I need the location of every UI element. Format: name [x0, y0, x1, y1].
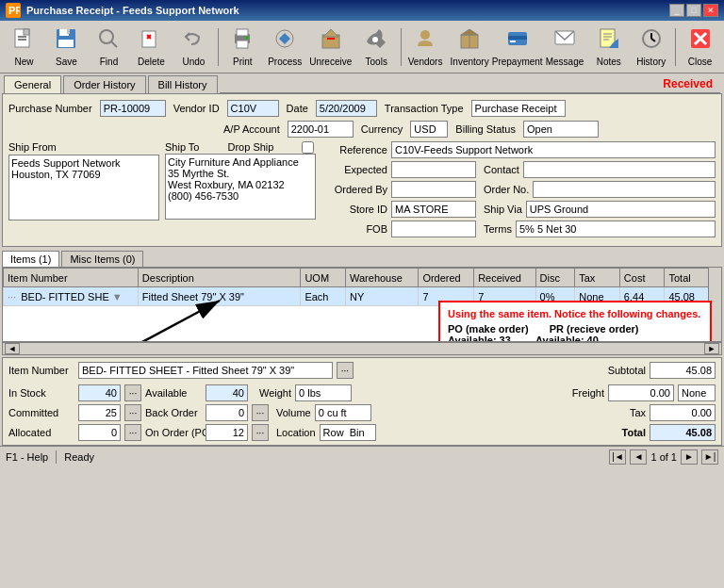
- svg-point-18: [246, 36, 249, 39]
- drop-ship-checkbox[interactable]: [302, 141, 314, 154]
- back-order-dots-button[interactable]: ···: [252, 404, 269, 421]
- committed-dots-button[interactable]: ···: [124, 404, 141, 421]
- tab-misc-items[interactable]: Misc Items (0): [61, 251, 143, 267]
- unreceive-button[interactable]: Unreceive: [307, 24, 354, 71]
- in-stock-dots-button[interactable]: ···: [124, 384, 141, 401]
- store-id-input[interactable]: [391, 201, 476, 218]
- location-input[interactable]: [320, 424, 376, 441]
- new-label: New: [14, 57, 33, 67]
- subtotal-label: Subtotal: [608, 365, 646, 376]
- col-ordered: Ordered: [419, 269, 474, 287]
- available-label: Available: [145, 387, 202, 399]
- nav-prev-button[interactable]: ◄: [630, 449, 647, 465]
- items-table-container: Item Number Description UOM Warehouse Or…: [2, 267, 722, 342]
- horizontal-scrollbar[interactable]: ◄ ►: [2, 342, 722, 355]
- freight-method-input[interactable]: [678, 384, 716, 401]
- freight-input: [608, 384, 674, 401]
- contact-input[interactable]: [523, 161, 716, 178]
- maximize-button[interactable]: □: [686, 4, 701, 17]
- save-label: Save: [56, 57, 77, 67]
- nav-last-button[interactable]: ►|: [701, 449, 718, 465]
- transaction-type-input[interactable]: [471, 100, 566, 117]
- committed-input[interactable]: [78, 404, 121, 421]
- order-no-input[interactable]: [533, 181, 716, 198]
- on-order-dots-button[interactable]: ···: [252, 424, 269, 441]
- allocated-input[interactable]: [78, 424, 121, 441]
- svg-line-11: [111, 41, 117, 47]
- tab-bill-history[interactable]: Bill History: [148, 75, 218, 93]
- delete-button[interactable]: Delete: [131, 24, 172, 71]
- save-button[interactable]: Save: [46, 24, 87, 71]
- ap-account-input[interactable]: [288, 121, 354, 138]
- terms-label: Terms: [484, 223, 512, 235]
- app-icon: PR: [6, 3, 21, 18]
- allocated-label: Allocated: [8, 427, 74, 438]
- ship-via-input[interactable]: [526, 201, 716, 218]
- find-button[interactable]: Find: [89, 24, 129, 71]
- ship-to-textarea[interactable]: City Furniture And Appliance 35 Myrthe S…: [165, 154, 316, 220]
- total-input: [650, 424, 716, 441]
- weight-input[interactable]: [295, 384, 352, 401]
- terms-input[interactable]: [516, 220, 716, 237]
- reference-input[interactable]: [391, 141, 716, 158]
- available-input[interactable]: [206, 384, 248, 401]
- nav-next-button[interactable]: ►: [681, 449, 698, 465]
- minimize-button[interactable]: _: [669, 4, 684, 17]
- ordered-by-input[interactable]: [391, 181, 476, 198]
- in-stock-input[interactable]: [78, 384, 121, 401]
- allocated-dots-button[interactable]: ···: [124, 424, 141, 441]
- item-number-input[interactable]: [78, 362, 333, 379]
- volume-input[interactable]: [315, 404, 371, 421]
- undo-icon: [182, 27, 205, 55]
- tab-general[interactable]: General: [4, 75, 61, 93]
- svg-rect-3: [24, 29, 29, 35]
- tax-label: Tax: [630, 407, 646, 418]
- vendors-button[interactable]: Vendors: [405, 24, 446, 71]
- tab-order-history[interactable]: Order History: [63, 75, 145, 93]
- arrow-container: [78, 291, 267, 342]
- back-order-input[interactable]: [206, 404, 248, 421]
- notes-button[interactable]: Notes: [588, 24, 629, 71]
- process-button[interactable]: Process: [265, 24, 305, 71]
- billing-status-input[interactable]: [523, 121, 599, 138]
- scroll-right-btn[interactable]: ►: [704, 343, 719, 354]
- nav-first-button[interactable]: |◄: [609, 449, 626, 465]
- po-label: PO (make order): [448, 323, 529, 335]
- close-window-button[interactable]: ✕: [703, 4, 718, 17]
- separator-1: [218, 28, 219, 66]
- purchase-number-label: Purchase Number: [8, 103, 92, 114]
- item-number-dots-button[interactable]: ···: [337, 362, 354, 379]
- tax-input: [650, 404, 716, 421]
- new-button[interactable]: New: [4, 24, 44, 71]
- ship-from-textarea[interactable]: Feeds Support Network Houston, TX 77069: [8, 155, 159, 220]
- purchase-number-input[interactable]: [100, 100, 166, 117]
- history-icon: [640, 27, 663, 55]
- save-icon: [55, 27, 77, 55]
- close-button[interactable]: Close: [680, 24, 720, 71]
- fob-input[interactable]: [391, 220, 476, 237]
- inventory-label: Inventory: [451, 57, 489, 67]
- svg-rect-9: [58, 40, 74, 47]
- print-label: Print: [233, 57, 253, 67]
- fob-label: FOB: [321, 223, 387, 235]
- expected-input[interactable]: [391, 161, 476, 178]
- prepayment-button[interactable]: Prepayment: [494, 24, 541, 71]
- allocated-row: Allocated ··· On Order (PO) ··· Location…: [8, 424, 716, 441]
- history-button[interactable]: History: [631, 24, 671, 71]
- vendors-label: Vendors: [408, 57, 443, 67]
- svg-rect-8: [67, 29, 70, 34]
- print-button[interactable]: Print: [222, 24, 263, 71]
- on-order-input[interactable]: [206, 424, 248, 441]
- inventory-button[interactable]: Inventory: [448, 24, 492, 71]
- close-icon: [689, 27, 712, 55]
- tab-items[interactable]: Items (1): [2, 251, 59, 267]
- pr-label: PR (recieve order): [550, 323, 639, 335]
- currency-input[interactable]: [410, 121, 448, 138]
- date-input[interactable]: [316, 100, 377, 117]
- undo-button[interactable]: Undo: [173, 24, 214, 71]
- message-button[interactable]: Message: [543, 24, 587, 71]
- vendor-id-input[interactable]: [227, 100, 279, 117]
- window-controls[interactable]: _ □ ✕: [669, 4, 718, 17]
- scroll-left-btn[interactable]: ◄: [5, 343, 20, 354]
- tools-button[interactable]: Tools: [356, 24, 397, 71]
